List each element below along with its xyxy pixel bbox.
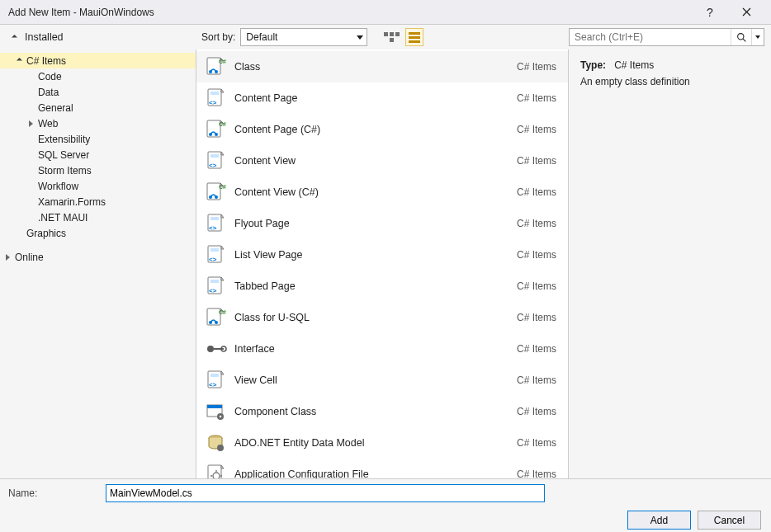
search-options-dropdown[interactable] bbox=[752, 35, 764, 39]
tree-node-workflow[interactable]: Workflow bbox=[0, 178, 196, 194]
tree-node-code[interactable]: Code bbox=[0, 68, 196, 84]
cancel-button[interactable]: Cancel bbox=[698, 511, 761, 530]
sort-by-combo[interactable]: Default bbox=[240, 28, 367, 46]
template-name: Flyout Page bbox=[228, 218, 517, 229]
body-area: C# Items CodeDataGeneralWebExtensibility… bbox=[0, 49, 771, 478]
template-name: Content Page (C#) bbox=[228, 124, 517, 135]
add-button[interactable]: Add bbox=[627, 511, 691, 530]
template-item[interactable]: C#ClassC# Items bbox=[196, 51, 568, 82]
sort-by-value: Default bbox=[246, 31, 277, 43]
template-category: C# Items bbox=[517, 61, 556, 73]
cs-class-icon: C# bbox=[203, 180, 228, 205]
tree-node-general[interactable]: General bbox=[0, 100, 196, 115]
svg-text:C#: C# bbox=[219, 121, 226, 127]
view-large-icons-button[interactable] bbox=[382, 28, 400, 46]
tree-node-csharp-items[interactable]: C# Items bbox=[0, 53, 196, 68]
view-list-button[interactable] bbox=[405, 28, 423, 46]
window-title: Add New Item - MauiOnWindows bbox=[8, 7, 692, 18]
tree-node-data[interactable]: Data bbox=[0, 84, 196, 100]
template-name: Content View (C#) bbox=[228, 186, 517, 198]
help-button[interactable]: ? bbox=[692, 0, 728, 25]
details-pane: Type: C# Items An empty class definition bbox=[569, 49, 771, 478]
template-item[interactable]: ADO.NET Entity Data ModelC# Items bbox=[196, 427, 568, 459]
tree-node-xamarin-forms[interactable]: Xamarin.Forms bbox=[0, 194, 196, 210]
template-category: C# Items bbox=[517, 280, 556, 292]
sort-by-label: Sort by: bbox=[201, 31, 235, 43]
xaml-page-icon: <> bbox=[203, 368, 228, 393]
cs-class-icon: C# bbox=[203, 305, 228, 330]
svg-text:<>: <> bbox=[209, 381, 217, 388]
close-button[interactable] bbox=[728, 0, 764, 25]
template-item[interactable]: C#Class for U-SQLC# Items bbox=[196, 302, 568, 333]
template-item[interactable]: <>Flyout PageC# Items bbox=[196, 208, 568, 239]
svg-rect-15 bbox=[210, 154, 219, 158]
xaml-page-icon: <> bbox=[203, 274, 228, 299]
template-item[interactable]: <>Content ViewC# Items bbox=[196, 145, 568, 177]
search-icon bbox=[736, 32, 747, 43]
search-box[interactable] bbox=[569, 28, 764, 46]
chevron-down-icon bbox=[755, 35, 760, 39]
template-item[interactable]: Component ClassC# Items bbox=[196, 396, 568, 427]
template-item[interactable]: C#Content View (C#)C# Items bbox=[196, 177, 568, 208]
template-name: ADO.NET Entity Data Model bbox=[228, 437, 517, 449]
template-item[interactable]: <>List View PageC# Items bbox=[196, 239, 568, 271]
tree-node-sql-server[interactable]: SQL Server bbox=[0, 147, 196, 162]
svg-rect-40 bbox=[207, 405, 222, 408]
template-name: Interface bbox=[228, 343, 517, 355]
template-item[interactable]: <>Tabbed PageC# Items bbox=[196, 271, 568, 302]
svg-text:<>: <> bbox=[209, 256, 217, 263]
template-name: Tabbed Page bbox=[228, 280, 517, 292]
xaml-page-icon: <> bbox=[203, 211, 228, 236]
category-tree: C# Items CodeDataGeneralWebExtensibility… bbox=[0, 49, 196, 478]
template-category: C# Items bbox=[517, 468, 556, 478]
svg-text:C#: C# bbox=[219, 184, 226, 190]
component-icon bbox=[203, 399, 228, 424]
template-category: C# Items bbox=[517, 343, 556, 355]
entity-icon bbox=[203, 431, 228, 455]
svg-rect-22 bbox=[210, 217, 219, 220]
tree-node-extensibility[interactable]: Extensibility bbox=[0, 131, 196, 147]
template-list[interactable]: C#ClassC# Items<>Content PageC# ItemsC#C… bbox=[196, 49, 569, 478]
close-icon bbox=[742, 7, 751, 16]
tree-node-web[interactable]: Web bbox=[0, 115, 196, 131]
template-category: C# Items bbox=[517, 155, 556, 167]
config-icon bbox=[203, 462, 228, 478]
template-name: Class bbox=[228, 61, 517, 73]
svg-text:<>: <> bbox=[209, 162, 217, 169]
search-button[interactable] bbox=[731, 29, 752, 45]
cs-class-icon: C# bbox=[203, 117, 228, 142]
svg-text:<>: <> bbox=[209, 99, 217, 106]
bottom-bar: Name: Add Cancel bbox=[0, 478, 771, 532]
svg-text:C#: C# bbox=[219, 309, 226, 315]
installed-heading[interactable]: Installed bbox=[21, 31, 64, 43]
template-item[interactable]: C#Content Page (C#)C# Items bbox=[196, 114, 568, 145]
template-category: C# Items bbox=[517, 312, 556, 323]
tree-node--net-maui[interactable]: .NET MAUI bbox=[0, 210, 196, 225]
svg-text:<>: <> bbox=[209, 287, 217, 294]
tree-node-graphics[interactable]: Graphics bbox=[0, 225, 196, 241]
name-input[interactable] bbox=[106, 484, 545, 502]
template-name: Content Page bbox=[228, 92, 517, 104]
installed-expander-icon[interactable] bbox=[10, 33, 18, 41]
template-category: C# Items bbox=[517, 218, 556, 229]
svg-rect-8 bbox=[210, 92, 219, 95]
template-item[interactable]: <>Content PageC# Items bbox=[196, 82, 568, 114]
search-input[interactable] bbox=[570, 31, 731, 43]
template-item[interactable]: InterfaceC# Items bbox=[196, 333, 568, 365]
xaml-page-icon: <> bbox=[203, 242, 228, 267]
details-description: An empty class definition bbox=[580, 76, 759, 87]
tree-node-storm-items[interactable]: Storm Items bbox=[0, 162, 196, 178]
svg-rect-38 bbox=[210, 374, 219, 377]
svg-text:<>: <> bbox=[209, 224, 217, 232]
template-item[interactable]: Application Configuration FileC# Items bbox=[196, 459, 568, 478]
template-name: Application Configuration File bbox=[228, 468, 517, 478]
sort-area: Sort by: Default bbox=[201, 28, 423, 46]
svg-point-0 bbox=[737, 33, 743, 39]
template-name: Content View bbox=[228, 155, 517, 167]
tree-node-online[interactable]: Online bbox=[0, 249, 196, 265]
details-type-label: Type: bbox=[580, 59, 606, 71]
template-item[interactable]: <>View CellC# Items bbox=[196, 365, 568, 396]
template-category: C# Items bbox=[517, 437, 556, 449]
template-category: C# Items bbox=[517, 186, 556, 198]
xaml-page-icon: <> bbox=[203, 86, 228, 111]
